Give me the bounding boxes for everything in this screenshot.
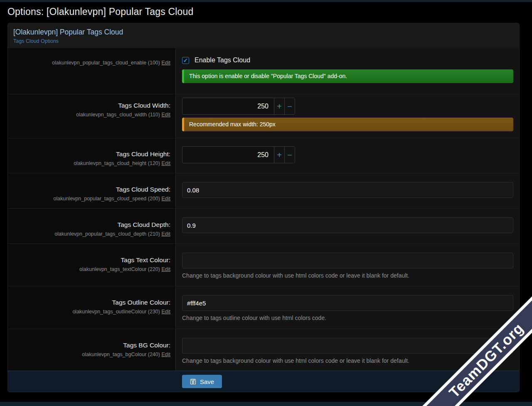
field-control: + − bbox=[176, 138, 519, 173]
form-row-enable: olakunlevpn_popular_tags_cloud_enable (1… bbox=[8, 48, 519, 94]
tags-text-colour-input[interactable] bbox=[182, 253, 513, 268]
tags-cloud-speed-input[interactable] bbox=[182, 182, 513, 198]
field-control bbox=[176, 173, 519, 208]
tags-cloud-height-stepper: + − bbox=[182, 146, 295, 163]
field-key: olakunlevpn_popular_tags_cloud_depth (21… bbox=[8, 230, 170, 238]
field-control: Change to tags outline colour with use h… bbox=[176, 286, 519, 329]
panel-title: [Olakunlevpn] Popular Tags Cloud bbox=[13, 28, 514, 37]
field-key-text: olakunlevpn_tags_bgColour (240) bbox=[82, 352, 160, 357]
warning-message: Recommended max width: 250px bbox=[182, 118, 513, 131]
tags-cloud-depth-input[interactable] bbox=[182, 217, 513, 233]
save-icon bbox=[190, 379, 196, 385]
field-key-text: olakunlevpn_tags_outlineColour (230) bbox=[72, 309, 160, 315]
options-panel: [Olakunlevpn] Popular Tags Cloud Tags Cl… bbox=[7, 23, 520, 392]
panel-subtitle: Tags Cloud Options bbox=[13, 38, 514, 44]
tags-cloud-width-stepper: + − bbox=[182, 98, 295, 115]
increment-button[interactable]: + bbox=[274, 147, 284, 163]
form-row-speed: Tags Cloud Speed: olakunlevpn_popular_ta… bbox=[8, 173, 519, 209]
field-meta: Tags BG Colour: olakunlevpn_tags_bgColou… bbox=[8, 329, 176, 371]
field-key: olakunlevpn_popular_tags_cloud_enable (1… bbox=[8, 59, 170, 66]
field-label: Tags Cloud Height: bbox=[8, 150, 170, 158]
field-meta: Tags Cloud Height: olakunlevpn_tags_clou… bbox=[8, 138, 176, 173]
form-row-width: Tags Cloud Width: olakunlevpn_tags_cloud… bbox=[8, 94, 519, 138]
edit-link[interactable]: Edit bbox=[161, 352, 170, 357]
field-label: Tags Text Colour: bbox=[8, 256, 170, 264]
field-label: Tags Cloud Depth: bbox=[8, 221, 170, 229]
success-message: This option is enable or disable "Popula… bbox=[182, 69, 513, 83]
field-label: Tags Outline Colour: bbox=[8, 298, 170, 307]
form-row-bg-colour: Tags BG Colour: olakunlevpn_tags_bgColou… bbox=[8, 329, 519, 371]
save-button-label: Save bbox=[200, 378, 214, 385]
field-meta: olakunlevpn_popular_tags_cloud_enable (1… bbox=[8, 48, 176, 94]
field-description: Change to tags background colour with us… bbox=[182, 357, 513, 364]
page-header: Options: [Olakunlevpn] Popular Tags Clou… bbox=[0, 0, 532, 23]
tags-cloud-width-input[interactable] bbox=[182, 98, 274, 114]
field-control: + − Recommended max width: 250px bbox=[176, 94, 519, 138]
increment-button[interactable]: + bbox=[274, 98, 284, 114]
field-key-text: olakunlevpn_tags_cloud_height (120) bbox=[74, 160, 160, 166]
field-key: olakunlevpn_popular_tags_cloud_speed (20… bbox=[8, 195, 170, 202]
field-key: olakunlevpn_tags_bgColour (240) Edit bbox=[8, 351, 170, 358]
field-key-text: olakunlevpn_popular_tags_cloud_enable (1… bbox=[52, 60, 160, 66]
edit-link[interactable]: Edit bbox=[161, 266, 170, 272]
field-key-text: olakunlevpn_tags_cloud_width (110) bbox=[76, 112, 160, 118]
field-key: olakunlevpn_tags_outlineColour (230) Edi… bbox=[8, 308, 170, 315]
tags-cloud-height-input[interactable] bbox=[182, 147, 274, 163]
form-row-text-colour: Tags Text Colour: olakunlevpn_tags_textC… bbox=[8, 244, 519, 286]
check-icon: ✓ bbox=[183, 58, 188, 63]
edit-link[interactable]: Edit bbox=[161, 231, 170, 237]
field-meta: Tags Cloud Speed: olakunlevpn_popular_ta… bbox=[8, 173, 176, 208]
field-control: Change to tags background colour with us… bbox=[176, 244, 519, 286]
field-label: Tags Cloud Speed: bbox=[8, 185, 170, 194]
edit-link[interactable]: Edit bbox=[161, 112, 170, 118]
edit-link[interactable]: Edit bbox=[161, 160, 170, 166]
form-row-height: Tags Cloud Height: olakunlevpn_tags_clou… bbox=[8, 138, 519, 173]
page-title: Options: [Olakunlevpn] Popular Tags Clou… bbox=[7, 6, 525, 17]
checkbox-label: Enable Tags Cloud bbox=[195, 57, 250, 64]
save-button[interactable]: Save bbox=[182, 375, 222, 388]
page-top-strip bbox=[0, 0, 532, 2]
field-key: olakunlevpn_tags_textColour (220) Edit bbox=[8, 266, 170, 273]
field-label: Tags BG Colour: bbox=[8, 341, 170, 349]
field-meta: Tags Cloud Depth: olakunlevpn_popular_ta… bbox=[8, 209, 176, 244]
decrement-button[interactable]: − bbox=[284, 98, 295, 114]
field-label: Tags Cloud Width: bbox=[8, 101, 170, 110]
edit-link[interactable]: Edit bbox=[161, 60, 170, 66]
decrement-button[interactable]: − bbox=[284, 147, 295, 163]
enable-tags-cloud-checkbox[interactable]: ✓ bbox=[182, 57, 189, 64]
field-key-text: olakunlevpn_popular_tags_cloud_speed (20… bbox=[54, 196, 160, 202]
form-row-depth: Tags Cloud Depth: olakunlevpn_popular_ta… bbox=[8, 209, 519, 244]
field-control: ✓ Enable Tags Cloud This option is enabl… bbox=[176, 48, 519, 94]
field-meta: Tags Outline Colour: olakunlevpn_tags_ou… bbox=[8, 286, 176, 329]
edit-link[interactable]: Edit bbox=[161, 309, 170, 315]
tags-outline-colour-input[interactable] bbox=[182, 295, 513, 311]
field-key-text: olakunlevpn_tags_textColour (220) bbox=[79, 266, 160, 272]
field-description: Change to tags background colour with us… bbox=[182, 272, 513, 279]
tags-bg-colour-input[interactable] bbox=[182, 338, 513, 354]
field-meta: Tags Cloud Width: olakunlevpn_tags_cloud… bbox=[8, 94, 176, 138]
edit-link[interactable]: Edit bbox=[161, 196, 170, 202]
form-row-outline-colour: Tags Outline Colour: olakunlevpn_tags_ou… bbox=[8, 286, 519, 329]
field-description: Change to tags outline colour with use h… bbox=[182, 315, 513, 321]
field-control bbox=[176, 209, 519, 244]
field-key: olakunlevpn_tags_cloud_height (120) Edit bbox=[8, 160, 170, 167]
panel-header: [Olakunlevpn] Popular Tags Cloud Tags Cl… bbox=[8, 23, 519, 48]
field-key-text: olakunlevpn_popular_tags_cloud_depth (21… bbox=[54, 231, 160, 237]
field-meta: Tags Text Colour: olakunlevpn_tags_textC… bbox=[8, 244, 176, 286]
field-key: olakunlevpn_tags_cloud_width (110) Edit bbox=[8, 111, 170, 118]
